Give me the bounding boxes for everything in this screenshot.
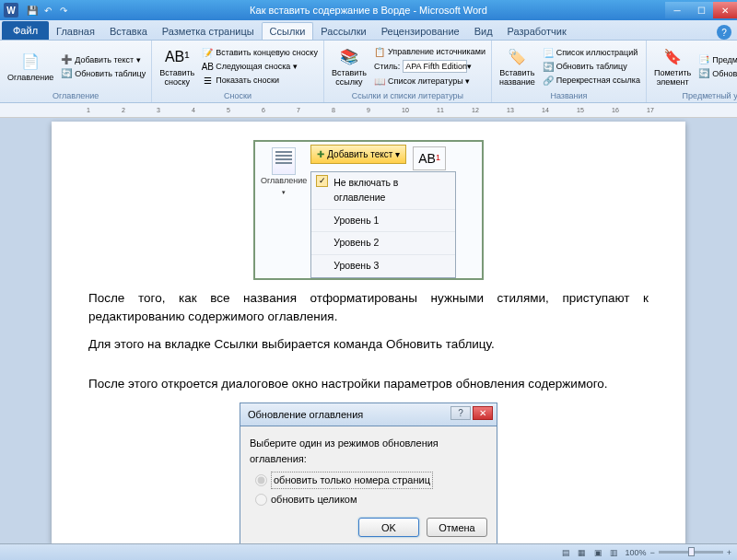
tab-home[interactable]: Главная bbox=[49, 23, 102, 40]
tab-mailings[interactable]: Рассылки bbox=[313, 23, 373, 40]
menu-item-level2: Уровень 2 bbox=[311, 232, 455, 255]
dialog-title: Обновление оглавления bbox=[248, 407, 363, 423]
ab-sample: АВ1 bbox=[413, 146, 446, 170]
zoom-controls: ▤ ▦ ▣ ▥ 100% − + bbox=[562, 548, 731, 557]
insert-citation-button[interactable]: 📚Вставить ссылку bbox=[328, 42, 370, 90]
toc-button[interactable]: 📄Оглавление bbox=[4, 42, 57, 90]
index-icon: 📑 bbox=[698, 54, 709, 65]
window-title: Как вставить содержание в Ворде - Micros… bbox=[250, 5, 487, 16]
style-combo[interactable]: Стиль:APA Fifth Edition▾ bbox=[372, 59, 487, 74]
maximize-button[interactable]: ☐ bbox=[689, 2, 713, 18]
tab-layout[interactable]: Разметка страницы bbox=[155, 23, 262, 40]
insert-endnote-button[interactable]: 📝Вставить концевую сноску bbox=[200, 46, 320, 59]
group-citations: 📚Вставить ссылку 📋Управление источниками… bbox=[324, 41, 492, 102]
update-table-button[interactable]: 🔄Обновить таблицу bbox=[541, 60, 642, 73]
group-label: Сноски bbox=[156, 90, 320, 100]
refresh-icon: 🔄 bbox=[543, 61, 554, 72]
insert-footnote-button[interactable]: AB¹Вставить сноску bbox=[156, 42, 198, 90]
group-footnotes: AB¹Вставить сноску 📝Вставить концевую сн… bbox=[152, 41, 324, 102]
refresh-icon: 🔄 bbox=[61, 68, 72, 79]
xref-icon: 🔗 bbox=[543, 75, 554, 86]
undo-icon[interactable]: ↶ bbox=[41, 4, 54, 17]
radio-input bbox=[255, 474, 267, 486]
save-icon[interactable]: 💾 bbox=[26, 4, 39, 17]
paragraph-2: Для этого на вкладке Ссылки выбирается к… bbox=[88, 335, 649, 354]
footnote-icon: AB¹ bbox=[166, 46, 188, 68]
endnote-icon: 📝 bbox=[202, 47, 213, 58]
refresh-icon: 🔄 bbox=[698, 68, 709, 79]
figures-list-button[interactable]: 📃Список иллюстраций bbox=[541, 46, 642, 59]
paragraph-3: После этого откроется диалоговое окно на… bbox=[88, 375, 649, 393]
citation-icon: 📚 bbox=[338, 46, 360, 68]
insert-index-button[interactable]: 📑Предметный указатель bbox=[696, 53, 737, 66]
document-page: Оглавление ▾ ✚Добавить текст▾ АВ1 ✓Не вк… bbox=[52, 122, 685, 543]
help-icon[interactable]: ? bbox=[717, 25, 731, 40]
zoom-slider[interactable] bbox=[659, 551, 723, 554]
title-bar: W 💾 ↶ ↷ Как вставить содержание в Ворде … bbox=[0, 0, 737, 20]
update-index-button[interactable]: 🔄Обновить указатель bbox=[696, 67, 737, 80]
zoom-out-icon[interactable]: − bbox=[649, 548, 654, 557]
plus-icon: ✚ bbox=[317, 147, 324, 161]
group-index: 🔖Пометить элемент 📑Предметный указатель … bbox=[647, 41, 737, 102]
mark-entry-button[interactable]: 🔖Пометить элемент bbox=[650, 42, 695, 90]
tab-references[interactable]: Ссылки bbox=[262, 22, 314, 40]
insert-caption-button[interactable]: 🏷️Вставить название bbox=[496, 42, 539, 90]
tab-insert[interactable]: Вставка bbox=[102, 23, 155, 40]
view-icons[interactable]: ▤ ▦ ▣ ▥ bbox=[562, 548, 622, 557]
add-text-button[interactable]: ➕Добавить текст ▾ bbox=[59, 53, 147, 66]
menu-item-level1: Уровень 1 bbox=[311, 210, 455, 233]
tab-file[interactable]: Файл bbox=[2, 21, 49, 40]
ok-button: OK bbox=[358, 518, 419, 537]
add-text-menu: ✓Не включать в оглавление Уровень 1 Уров… bbox=[310, 171, 456, 278]
tab-view[interactable]: Вид bbox=[467, 23, 500, 40]
bib-icon: 📖 bbox=[374, 76, 385, 87]
cross-ref-button[interactable]: 🔗Перекрестная ссылка bbox=[541, 74, 642, 87]
radio-page-numbers: обновить только номера страниц bbox=[255, 472, 487, 489]
word-icon: W bbox=[4, 3, 18, 18]
sources-icon: 📋 bbox=[374, 46, 385, 57]
plus-icon: ➕ bbox=[61, 54, 72, 65]
radio-entire: обновить целиком bbox=[255, 492, 487, 508]
next-footnote-button[interactable]: ABСледующая сноска ▾ bbox=[200, 60, 320, 73]
show-icon: ☰ bbox=[202, 75, 213, 86]
add-text-highlighted: ✚Добавить текст▾ bbox=[310, 145, 406, 164]
dialog-titlebar: Обновление оглавления ? ✕ bbox=[240, 402, 497, 426]
document-area[interactable]: Оглавление ▾ ✚Добавить текст▾ АВ1 ✓Не вк… bbox=[0, 118, 737, 543]
check-icon: ✓ bbox=[316, 175, 328, 187]
manage-sources-button[interactable]: 📋Управление источниками bbox=[372, 45, 487, 58]
menu-item-exclude: ✓Не включать в оглавление bbox=[311, 172, 455, 210]
embedded-screenshot-1: Оглавление ▾ ✚Добавить текст▾ АВ1 ✓Не вк… bbox=[253, 140, 484, 280]
dialog-help-icon: ? bbox=[450, 406, 471, 420]
cancel-button: Отмена bbox=[427, 518, 487, 537]
group-label: Ссылки и списки литературы bbox=[328, 90, 487, 100]
tab-developer[interactable]: Разработчик bbox=[500, 23, 574, 40]
zoom-level[interactable]: 100% bbox=[625, 548, 646, 557]
group-label: Названия bbox=[496, 90, 642, 100]
redo-icon[interactable]: ↷ bbox=[57, 4, 70, 17]
next-icon: AB bbox=[202, 61, 213, 72]
toc-icon: 📄 bbox=[19, 51, 41, 73]
minimize-button[interactable]: ─ bbox=[665, 2, 689, 18]
group-captions: 🏷️Вставить название 📃Список иллюстраций … bbox=[492, 41, 647, 102]
list-icon: 📃 bbox=[543, 47, 554, 58]
embedded-dialog: Обновление оглавления ? ✕ Выберите один … bbox=[240, 402, 497, 543]
update-toc-button[interactable]: 🔄Обновить таблицу bbox=[59, 67, 147, 80]
tab-review[interactable]: Рецензирование bbox=[374, 23, 467, 40]
toc-button-img: Оглавление ▾ bbox=[261, 147, 307, 197]
ribbon: 📄Оглавление ➕Добавить текст ▾ 🔄Обновить … bbox=[0, 41, 737, 103]
close-button[interactable]: ✕ bbox=[713, 2, 737, 18]
paragraph-1: После того, как все названия отформатиро… bbox=[88, 289, 649, 327]
group-toc: 📄Оглавление ➕Добавить текст ▾ 🔄Обновить … bbox=[0, 41, 152, 102]
caption-icon: 🏷️ bbox=[506, 46, 528, 68]
ribbon-tabs: Файл Главная Вставка Разметка страницы С… bbox=[0, 20, 737, 41]
zoom-in-icon[interactable]: + bbox=[727, 548, 731, 557]
dialog-prompt: Выберите один из режимов обновления огла… bbox=[250, 436, 487, 466]
bibliography-button[interactable]: 📖Список литературы ▾ bbox=[372, 75, 487, 88]
horizontal-ruler[interactable]: for(let i=1;i<=17;i++){document.write('<… bbox=[0, 103, 737, 118]
quick-access-toolbar: 💾 ↶ ↷ bbox=[26, 4, 70, 17]
dialog-close-icon: ✕ bbox=[473, 406, 493, 420]
group-label: Предметный указатель bbox=[650, 90, 737, 100]
show-notes-button[interactable]: ☰Показать сноски bbox=[200, 74, 320, 87]
status-bar: ▤ ▦ ▣ ▥ 100% − + bbox=[0, 543, 737, 560]
window-buttons: ─ ☐ ✕ bbox=[665, 2, 737, 18]
